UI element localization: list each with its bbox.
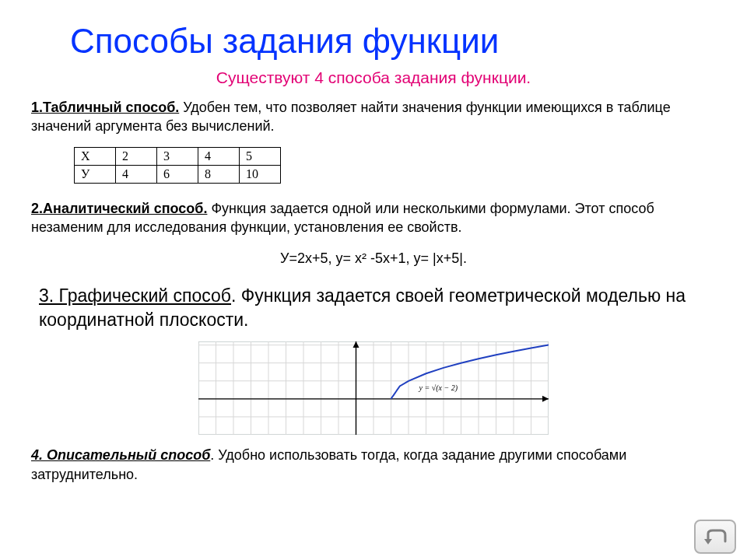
section-1: 1.Табличный способ. Удобен тем, что позв… [31, 98, 716, 136]
section-3-heading: 3. Графический способ [39, 285, 231, 306]
function-plot: y = √(x − 2) [31, 341, 716, 438]
section-4: 4. Описательный способ. Удобно использов… [31, 446, 716, 484]
values-table: Х 2 3 4 5 У 4 6 8 10 [74, 147, 281, 184]
table-row: У 4 6 8 10 [75, 165, 281, 183]
slide-subtitle: Существуют 4 способа задания функции. [31, 68, 716, 87]
section-2: 2.Аналитический способ. Функция задается… [31, 199, 716, 237]
table-row: Х 2 3 4 5 [75, 147, 281, 165]
svg-text:y = √(x − 2): y = √(x − 2) [419, 384, 458, 394]
section-2-heading: 2.Аналитический способ. [31, 201, 207, 216]
u-turn-arrow-icon [702, 527, 728, 546]
section-1-heading: 1.Табличный способ. [31, 100, 179, 115]
slide-title: Способы задания функции [70, 22, 716, 61]
section-2-formulas: У=2х+5, у= х² -5х+1, у= |х+5|. [31, 250, 716, 267]
section-3: 3. Графический способ. Функция задается … [39, 284, 708, 332]
return-button[interactable] [694, 520, 736, 554]
section-4-heading: 4. Описательный способ [31, 447, 210, 463]
